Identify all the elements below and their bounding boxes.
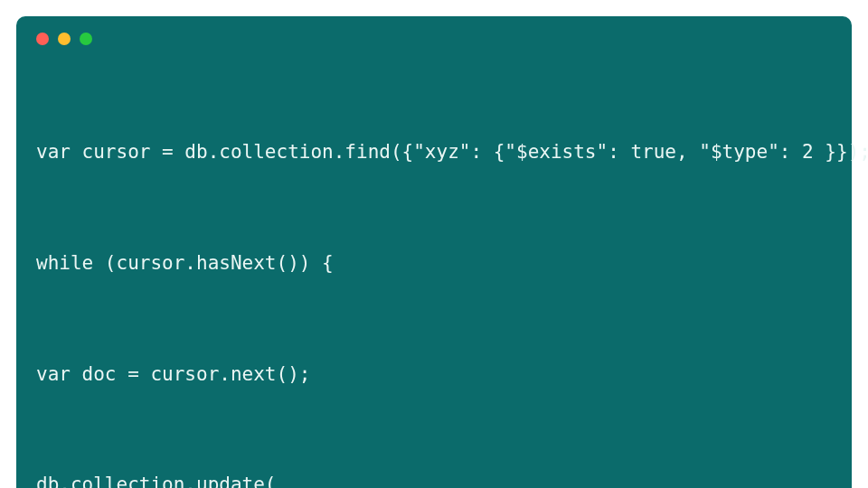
code-line: while (cursor.hasNext()) { bbox=[36, 245, 832, 282]
close-icon bbox=[36, 33, 49, 45]
code-line: var doc = cursor.next(); bbox=[36, 356, 832, 393]
code-line: db.collection.update( bbox=[36, 466, 832, 488]
code-line: var cursor = db.collection.find({"xyz": … bbox=[36, 134, 832, 171]
maximize-icon bbox=[80, 33, 92, 45]
code-block: var cursor = db.collection.find({"xyz": … bbox=[36, 60, 832, 488]
window-controls bbox=[36, 33, 832, 45]
code-window: var cursor = db.collection.find({"xyz": … bbox=[16, 16, 852, 488]
minimize-icon bbox=[58, 33, 71, 45]
